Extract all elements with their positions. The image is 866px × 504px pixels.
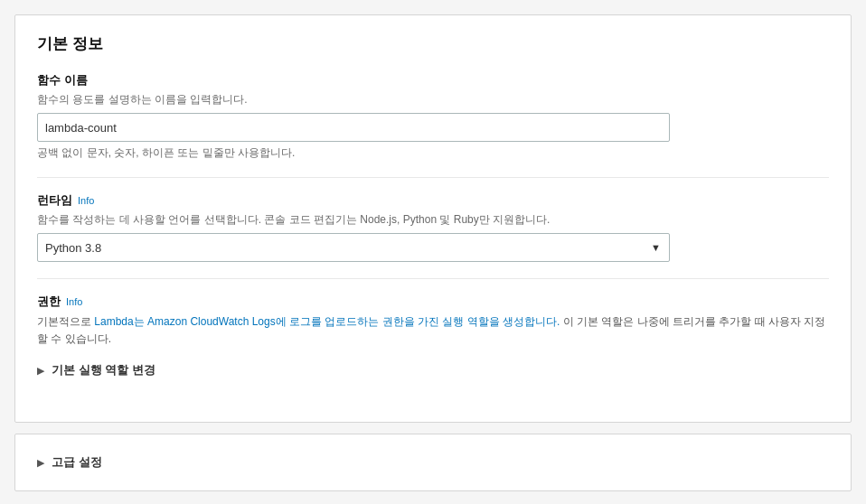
expand-label: 기본 실행 역할 변경: [52, 362, 155, 378]
runtime-group: 런타임 Info 함수를 작성하는 데 사용할 언어를 선택합니다. 콘솔 코드…: [37, 192, 829, 262]
permissions-description: 기본적으로 Lambda는 Amazon CloudWatch Logs에 로그…: [37, 313, 829, 348]
runtime-select-wrapper: Python 3.8 Python 3.9 Node.js 14.x Node.…: [37, 233, 670, 262]
function-name-label: 함수 이름: [37, 72, 829, 89]
permissions-label: 권한 Info: [37, 294, 829, 310]
function-name-hint: 함수의 용도를 설명하는 이름을 입력합니다.: [37, 92, 829, 107]
section-title: 기본 정보: [37, 33, 829, 54]
runtime-select[interactable]: Python 3.8 Python 3.9 Node.js 14.x Node.…: [37, 233, 670, 262]
expand-icon: ▶: [37, 365, 44, 377]
permissions-group: 권한 Info 기본적으로 Lambda는 Amazon CloudWatch …: [37, 294, 829, 384]
function-name-group: 함수 이름 함수의 용도를 설명하는 이름을 입력합니다. 공백 없이 문자, …: [37, 72, 829, 161]
expand-execution-role[interactable]: ▶ 기본 실행 역할 변경: [37, 357, 829, 384]
function-name-input[interactable]: [37, 113, 670, 142]
runtime-info-badge[interactable]: Info: [78, 195, 94, 206]
divider-2: [37, 278, 829, 279]
basic-info-section: 기본 정보 함수 이름 함수의 용도를 설명하는 이름을 입력합니다. 공백 없…: [14, 14, 852, 423]
runtime-label: 런타임 Info: [37, 192, 829, 209]
advanced-expand-icon: ▶: [37, 457, 44, 469]
permissions-info-badge[interactable]: Info: [66, 296, 82, 307]
function-name-validation: 공백 없이 문자, 숫자, 하이픈 또는 밑줄만 사용합니다.: [37, 145, 829, 161]
advanced-section: ▶ 고급 설정: [14, 434, 852, 491]
divider-1: [37, 177, 829, 178]
runtime-hint: 함수를 작성하는 데 사용할 언어를 선택합니다. 콘솔 코드 편집기는 Nod…: [37, 212, 829, 228]
advanced-section-label: 고급 설정: [52, 454, 102, 471]
expand-advanced[interactable]: ▶ 고급 설정: [37, 449, 102, 476]
